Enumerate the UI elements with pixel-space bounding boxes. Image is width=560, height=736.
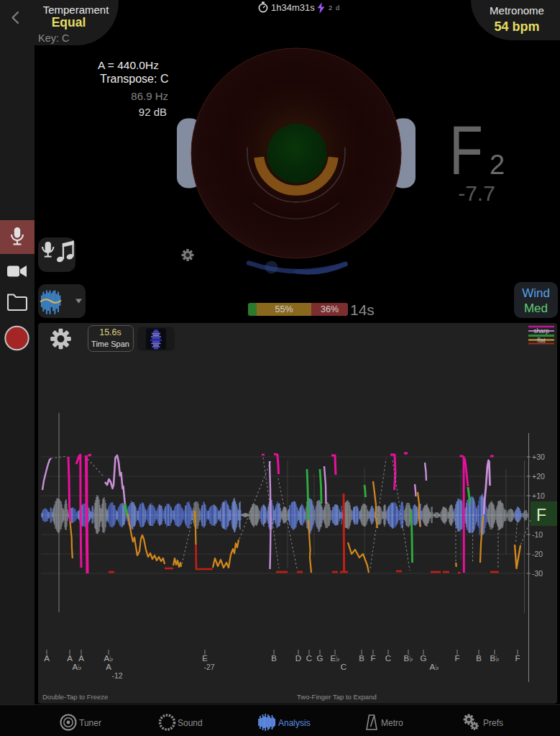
svg-text:E: E	[202, 654, 208, 663]
svg-text:-27: -27	[203, 663, 214, 671]
svg-text:C: C	[306, 654, 312, 663]
svg-text:B: B	[271, 654, 277, 663]
svg-text:A: A	[106, 663, 111, 671]
svg-text:A: A	[78, 654, 84, 663]
svg-text:D: D	[295, 654, 301, 663]
svg-text:+20: +20	[532, 472, 545, 481]
svg-text:B♭: B♭	[403, 654, 413, 663]
svg-text:F: F	[454, 654, 459, 663]
svg-text:A: A	[67, 654, 73, 663]
svg-text:A♭: A♭	[429, 663, 439, 671]
svg-text:-12: -12	[111, 671, 122, 680]
svg-text:C: C	[341, 663, 346, 671]
svg-text:C: C	[385, 654, 391, 663]
svg-text:A: A	[44, 654, 50, 663]
svg-text:F: F	[536, 506, 546, 524]
svg-text:F: F	[515, 654, 520, 663]
svg-text:A♭: A♭	[72, 663, 81, 671]
svg-text:G: G	[421, 654, 427, 663]
svg-text:F: F	[370, 654, 375, 663]
svg-text:-30: -30	[532, 569, 543, 578]
svg-text:B: B	[359, 654, 364, 663]
svg-text:flat: flat	[537, 337, 546, 344]
svg-text:+10: +10	[532, 491, 545, 500]
svg-text:+30: +30	[532, 453, 545, 461]
svg-text:G: G	[317, 654, 323, 663]
svg-text:B: B	[476, 654, 482, 663]
svg-text:-10: -10	[532, 530, 543, 539]
svg-text:E♭: E♭	[330, 654, 339, 663]
svg-text:B♭: B♭	[490, 654, 499, 663]
svg-text:sharp: sharp	[533, 327, 549, 335]
svg-text:-20: -20	[532, 550, 543, 558]
svg-text:A♭: A♭	[104, 654, 113, 663]
